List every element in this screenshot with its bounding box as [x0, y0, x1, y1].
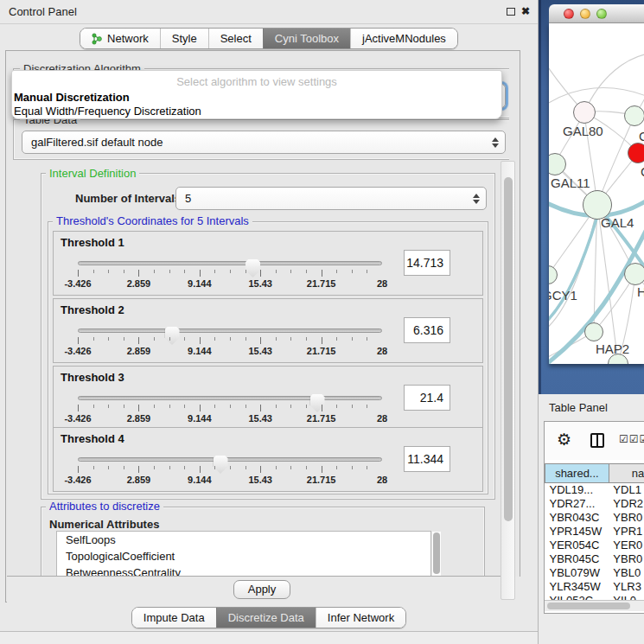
table-horizontal-scrollbar[interactable] — [545, 600, 644, 611]
column-header-name[interactable]: name — [609, 464, 644, 483]
network-window-titlebar[interactable] — [549, 4, 644, 23]
tab-cyni-toolbox[interactable]: Cyni Toolbox — [263, 29, 350, 48]
table-cell[interactable]: YBL079W — [545, 566, 609, 580]
table-cell[interactable]: YDR2 — [609, 497, 644, 511]
combo-arrows-icon — [492, 137, 499, 148]
panel-title: Control Panel — [9, 5, 77, 18]
network-window-frame: GAL80 GAL11 GAL4 GCY1 HAP2 GA C H — [539, 0, 644, 394]
table-panel-title: Table Panel — [549, 401, 608, 414]
threshold-1-panel: Threshold 1 -3.426 2.859 9.144 15.43 21.… — [53, 231, 483, 296]
minimize-traffic-light[interactable] — [580, 9, 590, 19]
table-cell[interactable]: YBR045C — [545, 552, 609, 566]
number-of-intervals-select[interactable]: 5 — [175, 187, 487, 210]
attribute-item[interactable]: SelfLoops — [57, 532, 430, 548]
tab-network[interactable]: Network — [80, 29, 160, 48]
node-label-gal80: GAL80 — [563, 124, 603, 138]
attributes-list-scrollbar[interactable] — [432, 532, 441, 576]
table-cell[interactable]: YDR27... — [545, 497, 609, 511]
tab-style[interactable]: Style — [160, 29, 208, 48]
node-label-h-partial: H — [637, 284, 644, 299]
tab-jactivemnodules[interactable]: jActiveMNodules — [350, 29, 457, 48]
threshold-value-field[interactable]: 6.316 — [404, 317, 450, 343]
table-data-select[interactable]: galFiltered.sif default node — [22, 131, 506, 154]
combo-arrows-icon — [473, 194, 480, 204]
number-of-intervals-value: 5 — [185, 192, 191, 205]
table-cell[interactable]: YDL1 — [609, 483, 644, 497]
node-label-gcy1: GCY1 — [549, 288, 577, 303]
slider-tick-labels: -3.426 2.859 9.144 15.43 21.715 28 — [78, 346, 382, 358]
gear-icon[interactable]: ⚙ — [557, 430, 571, 450]
attribute-item[interactable]: BetweennessCentrality — [57, 564, 430, 576]
node-red-selected[interactable] — [628, 143, 644, 163]
close-traffic-light[interactable] — [564, 9, 574, 19]
table-panel: Table Panel ⚙ ☑☑☑ shared... name YDL19..… — [539, 394, 644, 644]
table-cell[interactable]: YBR0 — [609, 511, 644, 525]
threshold-value-field[interactable]: 14.713 — [404, 250, 450, 276]
table-row: YDL19...YDL1 — [545, 483, 644, 497]
slider-tick-labels: -3.426 2.859 9.144 21.715 15.43 28 — [78, 475, 382, 487]
table-cell[interactable]: YLR3 — [609, 580, 644, 594]
threshold-slider-track[interactable] — [78, 328, 382, 333]
dropdown-option-manual[interactable]: Manual Discretization — [14, 91, 130, 104]
tab-label: Network — [107, 32, 149, 45]
slider-tick-labels: -3.426 2.859 9.144 15.43 21.715 28 — [78, 278, 382, 290]
algorithm-dropdown-popup: Select algorithm to view settings Manual… — [11, 70, 502, 119]
scroll-viewport: Discretization Algorithm Select algorith… — [7, 52, 509, 576]
network-canvas[interactable]: GAL80 GAL11 GAL4 GCY1 HAP2 GA C H — [549, 23, 644, 364]
slider-major-ticks — [78, 466, 382, 473]
panel-vertical-scrollbar[interactable] — [501, 161, 515, 600]
close-icon[interactable]: ✖ — [521, 5, 530, 17]
tab-impute-data[interactable]: Impute Data — [132, 608, 216, 628]
bottom-tab-strip: Impute Data Discretize Data Infer Networ… — [0, 607, 538, 628]
table-cell[interactable]: YPR145W — [545, 525, 609, 539]
table-cell[interactable]: YBR0 — [609, 552, 644, 566]
table-cell[interactable]: YBR043C — [545, 511, 609, 525]
tab-label: Select — [220, 32, 252, 45]
table-box: ⚙ ☑☑☑ shared... name YDL19...YDL1YDR27..… — [544, 421, 644, 614]
attribute-item[interactable]: TopologicalCoefficient — [57, 548, 430, 564]
slider-major-ticks — [78, 270, 382, 277]
threshold-slider-track[interactable] — [78, 457, 382, 462]
table-data-value: galFiltered.sif default node — [31, 136, 163, 149]
threshold-value-field[interactable]: 11.344 — [404, 446, 450, 472]
zoom-traffic-light[interactable] — [596, 9, 607, 19]
table-cell[interactable]: YDL19... — [545, 483, 609, 497]
node-top-right[interactable] — [624, 105, 644, 126]
table-row: YLR345WYLR3 — [545, 580, 644, 594]
node-hap2[interactable] — [584, 322, 603, 341]
node-table: shared... name YDL19...YDL1YDR27...YDR2Y… — [545, 463, 644, 608]
slider-tick-labels: -3.426 2.859 9.144 15.43 21.715 28 — [78, 413, 382, 425]
group-title-attributes: Attributes to discretize — [46, 500, 163, 513]
float-window-icon[interactable] — [507, 8, 515, 16]
apply-button[interactable]: Apply — [233, 580, 290, 599]
tab-select[interactable]: Select — [208, 29, 263, 48]
column-manager-icon[interactable] — [590, 433, 604, 448]
tab-infer-network[interactable]: Infer Network — [316, 608, 405, 628]
tab-label: Discretize Data — [228, 611, 304, 624]
tab-label: Impute Data — [143, 611, 205, 624]
table-cell[interactable]: YLR345W — [545, 580, 609, 594]
node-h[interactable] — [624, 263, 644, 285]
threshold-slider-track[interactable] — [78, 396, 382, 400]
numerical-attributes-list[interactable]: SelfLoopsTopologicalCoefficientBetweenne… — [56, 531, 431, 576]
table-cell[interactable]: YPR1 — [609, 525, 644, 539]
slider-major-ticks — [78, 405, 382, 411]
checkbox-icons[interactable]: ☑☑☑ — [619, 433, 644, 445]
dropdown-option-equal-width[interactable]: Equal Width/Frequency Discretization — [14, 105, 201, 118]
threshold-value-field[interactable]: 21.4 — [404, 385, 450, 411]
table-row: YPR145WYPR1 — [545, 525, 644, 539]
top-tab-strip: Network Style Select Cyni Toolbox jActiv… — [0, 28, 538, 49]
table-cell[interactable]: YER0 — [609, 539, 644, 552]
network-icon — [92, 33, 103, 45]
dropdown-placeholder: Select algorithm to view settings — [12, 75, 501, 88]
table-row: YBR045CYBR0 — [545, 552, 644, 566]
threshold-label: Threshold 3 — [61, 371, 124, 384]
node-label-c-partial: C — [641, 164, 644, 179]
tab-discretize-data[interactable]: Discretize Data — [216, 608, 316, 628]
table-cell[interactable]: YER054C — [545, 539, 609, 552]
slider-major-ticks — [78, 337, 382, 344]
column-header-shared-name[interactable]: shared... — [545, 464, 609, 483]
threshold-slider-track[interactable] — [78, 261, 382, 265]
table-cell[interactable]: YBL0 — [609, 566, 644, 580]
node-gal80[interactable] — [573, 101, 596, 124]
